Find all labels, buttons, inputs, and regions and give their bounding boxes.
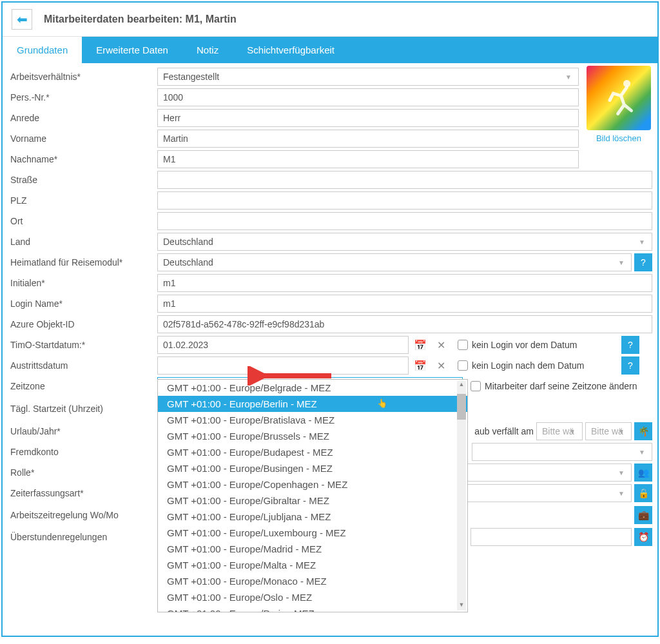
select-heimatland[interactable]: Deutschland bbox=[157, 253, 632, 271]
label-zeiterfassung: Zeiterfassungsart* bbox=[8, 488, 157, 498]
input-startdatum[interactable] bbox=[157, 336, 409, 354]
dropdown-item[interactable]: GMT +01:00 - Europe/Berlin - MEZ👆 bbox=[158, 396, 467, 412]
label-strasse: Straße bbox=[8, 175, 157, 185]
employee-photo[interactable] bbox=[587, 66, 651, 130]
select-fremdkonto[interactable] bbox=[472, 443, 652, 461]
label-nachname: Nachname* bbox=[8, 154, 157, 164]
label-urlaub: Urlaub/Jahr* bbox=[8, 426, 157, 436]
window: ⬅ Mitarbeiterdaten bearbeiten: M1, Marti… bbox=[1, 1, 659, 637]
select-zeiterfassung[interactable] bbox=[451, 484, 632, 502]
input-vorname[interactable] bbox=[157, 130, 579, 148]
rolle-action-button[interactable]: 👥 bbox=[634, 463, 652, 482]
input-persnr[interactable] bbox=[157, 88, 579, 106]
select-arbeitsverhaeltnis[interactable]: Festangestellt bbox=[157, 68, 579, 86]
label-zeitzone: Zeitzone bbox=[8, 381, 157, 391]
label-fremdkonto: Fremdkonto bbox=[8, 447, 157, 457]
checkbox-zeitzone-erlauben[interactable] bbox=[471, 381, 481, 391]
dropdown-item[interactable]: GMT +01:00 - Europe/Malta - MEZ bbox=[158, 557, 467, 573]
input-plz[interactable] bbox=[157, 191, 652, 210]
zeitzone-dropdown: GMT +01:00 - Europe/Belgrade - MEZGMT +0… bbox=[157, 379, 468, 612]
input-austritt[interactable] bbox=[157, 356, 409, 375]
dropdown-item[interactable]: GMT +01:00 - Europe/Oslo - MEZ bbox=[158, 589, 467, 605]
close-icon: ✕ bbox=[437, 360, 445, 372]
photo-panel: Bild löschen bbox=[587, 66, 651, 143]
dropdown-item[interactable]: GMT +01:00 - Europe/Gibraltar - MEZ bbox=[158, 493, 467, 509]
clock-icon: ⏰ bbox=[638, 532, 649, 542]
urlaub-action-button[interactable]: 🌴 bbox=[634, 422, 652, 440]
select-rolle[interactable] bbox=[451, 463, 632, 482]
arbeitszeit-action-button[interactable]: 💼 bbox=[634, 506, 652, 524]
help-kein-login-nach[interactable]: ? bbox=[621, 356, 639, 375]
ueberstunden-action-button[interactable]: ⏰ bbox=[634, 528, 652, 546]
help-heimatland-button[interactable]: ? bbox=[634, 253, 652, 271]
tab-grunddaten[interactable]: Grunddaten bbox=[3, 37, 82, 63]
label-heimatland: Heimatland für Reisemodul* bbox=[8, 257, 157, 268]
dropdown-item[interactable]: GMT +01:00 - Europe/Ljubljana - MEZ bbox=[158, 509, 467, 525]
label-kein-login-nach: kein Login nach dem Datum bbox=[472, 360, 584, 371]
clear-startdatum-button[interactable]: ✕ bbox=[432, 336, 450, 354]
scroll-thumb[interactable] bbox=[457, 394, 466, 420]
select-urlaub-verfaellt-1[interactable]: Bitte wä bbox=[536, 422, 583, 440]
calendar-startdatum-button[interactable]: 📅 bbox=[411, 336, 429, 354]
cursor-icon: 👆 bbox=[377, 398, 387, 408]
input-nachname[interactable] bbox=[157, 150, 579, 168]
label-land: Land bbox=[8, 237, 157, 247]
input-ort[interactable] bbox=[157, 212, 652, 230]
dropdown-item[interactable]: GMT +01:00 - Europe/Budapest - MEZ bbox=[158, 444, 467, 460]
dropdown-scrollbar[interactable]: ▲ ▼ bbox=[457, 381, 466, 610]
runner-icon bbox=[596, 75, 641, 121]
input-login[interactable] bbox=[157, 295, 652, 313]
dropdown-item[interactable]: GMT +01:00 - Europe/Madrid - MEZ bbox=[158, 541, 467, 557]
label-azure: Azure Objekt-ID bbox=[8, 319, 157, 329]
form-content: Bild löschen Arbeitsverhältnis* Festange… bbox=[3, 63, 657, 636]
input-strasse[interactable] bbox=[157, 171, 652, 189]
checkbox-kein-login-vor[interactable] bbox=[458, 340, 468, 350]
label-ueberstunden: Überstundenregelungen bbox=[8, 532, 157, 542]
input-azure[interactable] bbox=[157, 315, 652, 333]
dropdown-item[interactable]: GMT +01:00 - Europe/Busingen - MEZ bbox=[158, 460, 467, 476]
label-startzeit: Tägl. Startzeit (Uhrzeit) bbox=[8, 404, 157, 414]
dropdown-item[interactable]: GMT +01:00 - Europe/Brussels - MEZ bbox=[158, 428, 467, 444]
arrow-left-icon: ⬅ bbox=[17, 12, 28, 27]
dropdown-item[interactable]: GMT +01:00 - Europe/Copenhagen - MEZ bbox=[158, 476, 467, 493]
question-icon: ? bbox=[628, 340, 633, 350]
calendar-austritt-button[interactable]: 📅 bbox=[411, 356, 429, 375]
tab-notiz[interactable]: Notiz bbox=[182, 37, 233, 63]
label-urlaub-verfaellt: aub verfällt am bbox=[474, 426, 534, 436]
dropdown-item[interactable]: GMT +01:00 - Europe/Monaco - MEZ bbox=[158, 573, 467, 589]
calendar-icon: 📅 bbox=[414, 339, 427, 351]
tab-schichtverfuegbarkeit[interactable]: Schichtverfügbarkeit bbox=[233, 37, 349, 63]
input-initialen[interactable] bbox=[157, 274, 652, 292]
palm-icon: 🌴 bbox=[638, 426, 649, 436]
briefcase-icon: 💼 bbox=[638, 510, 649, 520]
checkbox-kein-login-nach[interactable] bbox=[458, 360, 468, 371]
dropdown-item[interactable]: GMT +01:00 - Europe/Belgrade - MEZ bbox=[158, 380, 467, 396]
input-ueberstunden[interactable] bbox=[471, 528, 632, 546]
input-anrede[interactable] bbox=[157, 109, 579, 127]
label-arbeitszeit: Arbeitszeitregelung Wo/Mo bbox=[8, 510, 157, 520]
label-anrede: Anrede bbox=[8, 113, 157, 123]
dropdown-item[interactable]: GMT +01:00 - Europe/Bratislava - MEZ bbox=[158, 412, 467, 428]
scroll-up-icon: ▲ bbox=[457, 381, 466, 390]
dropdown-item[interactable]: GMT +01:00 - Europe/Paris - MEZ bbox=[158, 605, 467, 612]
delete-photo-link[interactable]: Bild löschen bbox=[596, 133, 641, 143]
question-icon: ? bbox=[641, 257, 646, 268]
label-ort: Ort bbox=[8, 216, 157, 226]
label-startdatum: TimO-Startdatum:* bbox=[8, 340, 157, 350]
dropdown-item[interactable]: GMT +01:00 - Europe/Luxembourg - MEZ bbox=[158, 525, 467, 541]
tab-erweiterte-daten[interactable]: Erweiterte Daten bbox=[82, 37, 182, 63]
back-button[interactable]: ⬅ bbox=[12, 9, 32, 30]
help-kein-login-vor[interactable]: ? bbox=[621, 336, 639, 354]
label-vorname: Vorname bbox=[8, 133, 157, 144]
user-icon: 👥 bbox=[638, 467, 649, 478]
label-austritt: Austrittsdatum bbox=[8, 360, 157, 371]
tabs: Grunddaten Erweiterte Daten Notiz Schich… bbox=[3, 37, 657, 63]
label-rolle: Rolle* bbox=[8, 467, 157, 478]
titlebar: ⬅ Mitarbeiterdaten bearbeiten: M1, Marti… bbox=[3, 3, 657, 37]
zeiterfassung-action-button[interactable]: 🔒 bbox=[634, 484, 652, 502]
clear-austritt-button[interactable]: ✕ bbox=[432, 356, 450, 375]
select-land[interactable]: Deutschland bbox=[157, 233, 652, 251]
lock-icon: 🔒 bbox=[638, 488, 649, 498]
select-urlaub-verfaellt-2[interactable]: Bitte wä bbox=[585, 422, 632, 440]
label-zeitzone-erlauben: Mitarbeiter darf seine Zeitzone ändern bbox=[485, 381, 637, 391]
